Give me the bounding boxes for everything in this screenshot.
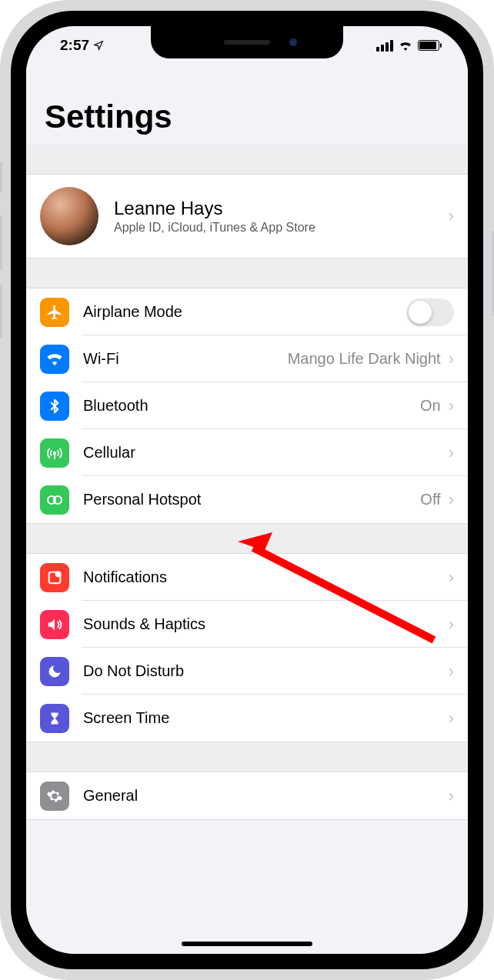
- group-spacer: [26, 524, 468, 553]
- row-value: Mango Life Dark Night: [288, 350, 441, 368]
- svg-point-5: [56, 572, 61, 576]
- row-label: Do Not Disturb: [83, 662, 447, 680]
- mute-switch: [0, 162, 2, 192]
- chevron-right-icon: ›: [449, 349, 454, 369]
- row-label: Sounds & Haptics: [83, 615, 447, 633]
- sounds-row[interactable]: Sounds & Haptics ›: [26, 601, 468, 648]
- connectivity-group: Airplane Mode Wi-Fi Mango Life Dark Nigh…: [26, 288, 468, 524]
- chevron-right-icon: ›: [449, 443, 454, 463]
- hourglass-icon: [40, 704, 69, 733]
- wifi-icon: [398, 40, 413, 51]
- volume-up-button: [0, 215, 2, 269]
- gear-icon: [40, 782, 69, 811]
- airplane-mode-row[interactable]: Airplane Mode: [26, 288, 468, 335]
- bluetooth-row[interactable]: Bluetooth On ›: [26, 382, 468, 429]
- home-indicator[interactable]: [182, 942, 312, 946]
- settings-content[interactable]: Settings Leanne Hays Apple ID, iCloud, i…: [26, 65, 468, 954]
- row-label: Wi-Fi: [83, 350, 288, 368]
- row-label: Notifications: [83, 568, 447, 586]
- airplane-icon: [40, 298, 69, 327]
- speaker-grille: [224, 40, 270, 45]
- chevron-right-icon: ›: [449, 396, 454, 416]
- notifications-icon: [40, 563, 69, 592]
- cellular-row[interactable]: Cellular ›: [26, 429, 468, 476]
- group-spacer: [26, 742, 468, 772]
- wifi-row[interactable]: Wi-Fi Mango Life Dark Night ›: [26, 335, 468, 382]
- row-value: On: [420, 397, 441, 415]
- cellular-signal-icon: [376, 40, 393, 52]
- general-row[interactable]: General ›: [26, 772, 468, 819]
- notifications-row[interactable]: Notifications ›: [26, 554, 468, 601]
- row-value: Off: [420, 491, 440, 508]
- cellular-icon: [40, 438, 69, 468]
- location-icon: [93, 40, 104, 51]
- chevron-right-icon: ›: [449, 206, 454, 226]
- volume-down-button: [0, 285, 2, 338]
- alerts-group: Notifications › Sounds & Haptics ›: [26, 553, 468, 742]
- chevron-right-icon: ›: [449, 615, 454, 635]
- notch: [151, 26, 343, 58]
- wifi-icon: [40, 345, 69, 374]
- sounds-icon: [40, 610, 69, 639]
- apple-id-row[interactable]: Leanne Hays Apple ID, iCloud, iTunes & A…: [26, 175, 468, 258]
- personal-hotspot-row[interactable]: Personal Hotspot Off ›: [26, 476, 468, 523]
- moon-icon: [40, 657, 69, 686]
- hotspot-icon: [40, 485, 69, 515]
- screen-time-row[interactable]: Screen Time ›: [26, 695, 468, 742]
- general-group: General ›: [26, 772, 468, 820]
- chevron-right-icon: ›: [449, 786, 454, 806]
- battery-icon: [418, 40, 442, 51]
- chevron-right-icon: ›: [449, 568, 454, 588]
- do-not-disturb-row[interactable]: Do Not Disturb ›: [26, 648, 468, 695]
- profile-name: Leanne Hays: [114, 198, 447, 219]
- chevron-right-icon: ›: [449, 708, 454, 728]
- status-time: 2:57: [60, 37, 89, 54]
- avatar: [40, 187, 98, 245]
- row-label: General: [83, 787, 447, 805]
- chevron-right-icon: ›: [449, 490, 454, 510]
- row-label: Bluetooth: [83, 397, 420, 415]
- front-camera: [289, 38, 297, 46]
- group-spacer: [26, 258, 468, 288]
- page-title: Settings: [26, 65, 468, 145]
- screen: 2:57 Settings Leanne Hays: [26, 26, 468, 954]
- airplane-mode-toggle[interactable]: [406, 298, 454, 326]
- group-spacer: [26, 145, 468, 174]
- row-label: Screen Time: [83, 709, 447, 727]
- row-label: Personal Hotspot: [83, 491, 420, 508]
- profile-subtitle: Apple ID, iCloud, iTunes & App Store: [114, 221, 447, 235]
- profile-group: Leanne Hays Apple ID, iCloud, iTunes & A…: [26, 174, 468, 258]
- row-label: Cellular: [83, 444, 447, 462]
- device-frame: 2:57 Settings Leanne Hays: [0, 0, 494, 980]
- row-label: Airplane Mode: [83, 303, 406, 321]
- chevron-right-icon: ›: [449, 662, 454, 682]
- bluetooth-icon: [40, 392, 69, 421]
